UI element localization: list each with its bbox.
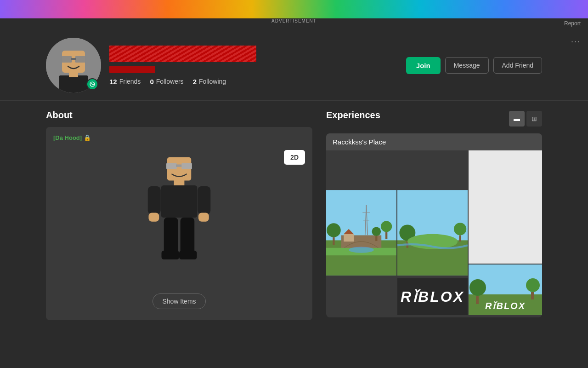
about-card: [Da Hood] 🔒 2D: [46, 127, 312, 320]
svg-point-31: [372, 227, 381, 236]
game-status: [Da Hood] 🔒: [53, 134, 91, 141]
svg-point-29: [381, 221, 392, 232]
followers-label[interactable]: Followers: [156, 78, 184, 85]
svg-rect-49: [476, 296, 479, 304]
svg-rect-15: [149, 213, 159, 221]
experiences-section: Experiences ▬ ⊞ Racckkss's Place: [326, 110, 542, 358]
join-button[interactable]: Join: [406, 57, 441, 74]
svg-rect-30: [385, 232, 387, 239]
stats-row: 12 Friends 0 Followers 2 Following: [109, 78, 398, 86]
svg-rect-5: [59, 75, 88, 93]
roblox-logo-main: RǐBLOX: [401, 288, 464, 305]
svg-rect-32: [375, 236, 377, 241]
report-button[interactable]: Report: [564, 20, 581, 27]
experience-title-bar: Racckkss's Place: [326, 133, 542, 150]
view-grid-button[interactable]: ⊞: [526, 111, 542, 126]
followers-count: 0: [150, 78, 153, 86]
friends-count: 12: [109, 78, 117, 86]
svg-rect-6: [69, 72, 78, 77]
svg-rect-37: [344, 234, 354, 242]
svg-rect-13: [161, 185, 198, 218]
add-friend-button[interactable]: Add Friend: [493, 57, 542, 74]
svg-rect-21: [179, 250, 197, 259]
svg-point-27: [327, 223, 341, 237]
svg-point-50: [526, 278, 540, 292]
svg-rect-2: [61, 56, 72, 63]
more-options-button[interactable]: ...: [571, 35, 581, 45]
following-count: 2: [193, 78, 197, 86]
avatar-wrap: [46, 38, 101, 93]
ad-banner: ADVERTISEMENT: [0, 0, 588, 18]
username-redacted: [109, 46, 256, 62]
view-toggle: ▬ ⊞: [509, 111, 542, 126]
about-section: About [Da Hood] 🔒 2D: [46, 110, 312, 358]
svg-point-48: [469, 279, 486, 296]
svg-rect-44: [459, 235, 461, 242]
main-content: About [Da Hood] 🔒 2D: [0, 101, 588, 368]
svg-rect-11: [176, 164, 181, 167]
svg-point-43: [454, 223, 466, 235]
friends-stat: 12 Friends: [109, 78, 141, 86]
svg-rect-17: [198, 213, 209, 221]
experience-thumbnails: RǐBLOX: [326, 150, 542, 315]
view-list-button[interactable]: ▬: [509, 111, 525, 126]
experience-thumb-right-top: [469, 150, 542, 264]
view-list-icon: ▬: [514, 115, 520, 122]
ad-label: ADVERTISEMENT: [271, 18, 317, 23]
svg-rect-28: [333, 237, 334, 245]
following-label[interactable]: Following: [199, 78, 226, 85]
experiences-header: Experiences ▬ ⊞: [326, 110, 542, 127]
online-status-badge: [86, 78, 98, 90]
online-icon: [89, 81, 96, 87]
character-view: [53, 146, 305, 289]
experience-thumb-1: [326, 150, 396, 315]
experience-thumb-right-bottom: RǐBLOX: [469, 264, 542, 315]
svg-rect-19: [181, 218, 195, 254]
profile-info: 12 Friends 0 Followers 2 Following: [109, 46, 398, 86]
svg-rect-20: [162, 250, 180, 259]
roblox-logo-small: RǐBLOX: [485, 300, 526, 311]
experiences-title: Experiences: [326, 110, 380, 121]
about-title: About: [46, 110, 312, 121]
svg-rect-9: [166, 163, 177, 169]
roblox-logo-overlay: RǐBLOX: [397, 278, 468, 315]
svg-point-26: [349, 247, 374, 253]
profile-section: 12 Friends 0 Followers 2 Following Join …: [0, 31, 588, 101]
svg-rect-51: [531, 292, 534, 299]
following-stat: 2 Following: [193, 78, 226, 86]
2d-toggle-button[interactable]: 2D: [284, 150, 305, 165]
show-items-button[interactable]: Show Items: [153, 293, 205, 309]
svg-rect-10: [181, 163, 192, 169]
svg-rect-3: [75, 56, 86, 63]
experience-card[interactable]: Racckkss's Place: [326, 133, 542, 317]
friends-label[interactable]: Friends: [119, 78, 141, 85]
svg-rect-16: [198, 186, 210, 214]
svg-rect-14: [148, 186, 161, 214]
message-button[interactable]: Message: [445, 57, 489, 74]
followers-stat: 0 Followers: [150, 78, 183, 86]
scene-left: [326, 150, 396, 315]
view-grid-icon: ⊞: [531, 115, 537, 122]
experience-name: Racckkss's Place: [333, 138, 386, 146]
character-svg: [138, 153, 220, 282]
svg-rect-4: [71, 58, 76, 60]
svg-rect-18: [164, 218, 178, 254]
experience-thumb-right: RǐBLOX: [469, 150, 542, 315]
action-buttons: Join Message Add Friend: [406, 57, 542, 74]
svg-rect-12: [174, 179, 185, 185]
experience-thumb-main: RǐBLOX: [397, 150, 468, 315]
handle-redacted: [109, 66, 155, 73]
